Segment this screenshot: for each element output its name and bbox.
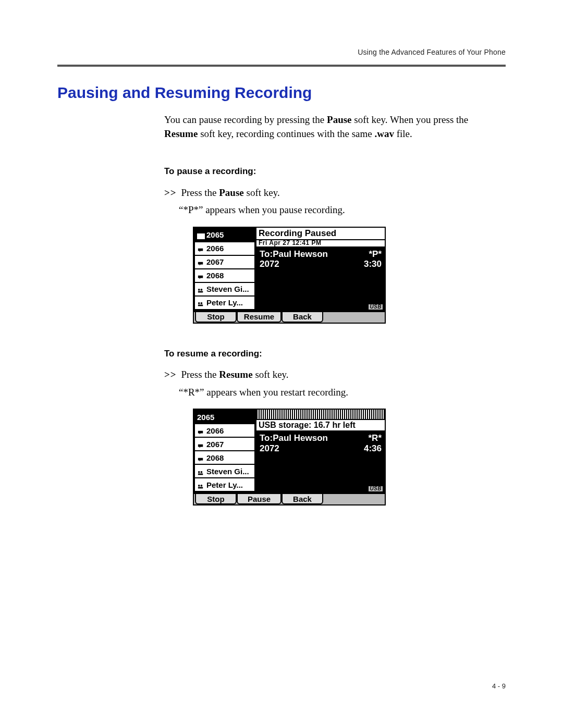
svg-rect-7	[198, 304, 203, 306]
call-number: 2072	[260, 259, 279, 269]
line-label: 2067	[206, 440, 224, 449]
phone-icon	[197, 259, 205, 265]
svg-point-3	[201, 289, 203, 291]
text: soft key. When you press the	[352, 114, 469, 125]
svg-rect-10	[198, 473, 203, 475]
phone-icon	[197, 441, 205, 447]
header-rule	[57, 65, 506, 67]
step-marker: >>	[164, 369, 177, 380]
text: Press the	[181, 187, 219, 198]
step-marker: >>	[164, 187, 177, 198]
line-row: Steven Gi...	[194, 283, 255, 297]
line-label: 2065	[197, 413, 214, 422]
line-row: HD 2065	[194, 228, 255, 242]
text-bold: Resume	[219, 369, 252, 380]
text: Press the	[181, 369, 219, 380]
page-number: 4 - 9	[492, 682, 506, 692]
line-label: Peter Ly...	[206, 298, 243, 307]
softkey-back[interactable]: Back	[282, 312, 323, 323]
line-label: 2066	[206, 244, 224, 253]
hd-icon: HD	[197, 232, 205, 238]
text: soft key.	[244, 187, 280, 198]
usb-badge: USB	[369, 304, 383, 310]
phone-line-list: HD 2065 2066 2067 206	[194, 228, 256, 310]
phone-icon	[197, 273, 205, 278]
line-row: 2068	[194, 269, 255, 283]
recording-indicator: *P*	[369, 249, 382, 260]
line-label: 2067	[206, 257, 224, 266]
buddy-icon	[197, 482, 205, 488]
line-row: 2067	[194, 438, 255, 451]
line-label: 2068	[206, 271, 224, 280]
text-bold: Pause	[219, 187, 244, 198]
svg-point-12	[201, 484, 203, 486]
svg-point-11	[198, 484, 200, 486]
usb-badge: USB	[369, 486, 383, 491]
line-row: Peter Ly...	[194, 297, 255, 310]
softkey-pause[interactable]: Pause	[237, 494, 282, 504]
svg-rect-13	[198, 487, 203, 488]
result-line: “*R*” appears when you restart recording…	[179, 385, 472, 400]
section-title: Pausing and Resuming Recording	[57, 81, 506, 104]
svg-point-2	[198, 289, 200, 291]
step-line: >> Press the Resume soft key.	[164, 367, 472, 382]
line-row: 2066	[194, 242, 255, 256]
line-row: 2065	[194, 410, 255, 424]
phone-title-hash	[256, 410, 385, 420]
svg-point-8	[198, 471, 200, 473]
line-label: Steven Gi...	[206, 285, 249, 293]
softkey-row: Stop Resume Back	[194, 311, 385, 323]
step-line: >> Press the Pause soft key.	[164, 186, 472, 200]
phone-icon	[197, 455, 205, 461]
phone-icon	[197, 428, 205, 434]
subheading-resume: To resume a recording:	[164, 348, 472, 361]
phone-title: Recording Paused	[256, 228, 385, 240]
softkey-stop[interactable]: Stop	[195, 494, 237, 504]
softkey-row: Stop Pause Back	[194, 493, 385, 504]
softkey-stop[interactable]: Stop	[195, 312, 237, 323]
line-row: 2066	[194, 424, 255, 438]
svg-point-9	[201, 471, 203, 473]
text-bold: .wav	[375, 128, 394, 139]
svg-text:HD: HD	[198, 234, 204, 239]
line-row: Steven Gi...	[194, 465, 255, 478]
svg-rect-4	[198, 291, 203, 292]
call-duration: 3:30	[364, 259, 382, 269]
svg-point-5	[198, 302, 200, 304]
text: file.	[394, 128, 412, 139]
softkey-resume[interactable]: Resume	[237, 312, 282, 323]
line-row: Peter Ly...	[194, 478, 255, 492]
running-header: Using the Advanced Features of Your Phon…	[57, 47, 506, 57]
phone-icon	[197, 245, 205, 251]
text: You can pause recording by pressing the	[164, 114, 327, 125]
call-to: To:Paul Hewson	[260, 433, 328, 443]
text-bold: Pause	[327, 114, 352, 125]
call-duration: 4:36	[364, 443, 382, 454]
phone-call-panel: To:Paul Hewson *P* 2072 3:30 USB	[256, 248, 385, 310]
phone-usb-storage: USB storage: 16.7 hr left	[256, 420, 385, 431]
recording-indicator: *R*	[368, 433, 382, 443]
svg-point-6	[201, 302, 203, 304]
buddy-icon	[197, 468, 205, 474]
line-label: Peter Ly...	[206, 480, 243, 489]
line-label: Steven Gi...	[206, 467, 249, 476]
softkey-back[interactable]: Back	[282, 494, 323, 504]
line-label: 2068	[206, 453, 224, 462]
phone-line-list: 2065 2066 2067 2068	[194, 410, 256, 492]
line-row: 2068	[194, 451, 255, 465]
phone-subtitle: Fri Apr 27 12:41 PM	[256, 240, 385, 248]
buddy-icon	[197, 300, 205, 305]
buddy-icon	[197, 286, 205, 292]
phone-screenshot-paused: HD 2065 2066 2067 206	[193, 227, 386, 324]
text-bold: Resume	[164, 128, 198, 139]
phone-call-panel: To:Paul Hewson *R* 2072 4:36 USB	[256, 431, 385, 492]
result-line: “*P*” appears when you pause recording.	[179, 203, 472, 217]
line-row: 2067	[194, 256, 255, 269]
line-label: 2065	[206, 230, 224, 239]
text: soft key, recording continues with the s…	[198, 128, 374, 139]
phone-screenshot-resumed: 2065 2066 2067 2068	[193, 409, 386, 505]
call-number: 2072	[260, 443, 279, 454]
intro-paragraph: You can pause recording by pressing the …	[164, 113, 472, 141]
subheading-pause: To pause a recording:	[164, 165, 472, 178]
line-label: 2066	[206, 426, 224, 435]
